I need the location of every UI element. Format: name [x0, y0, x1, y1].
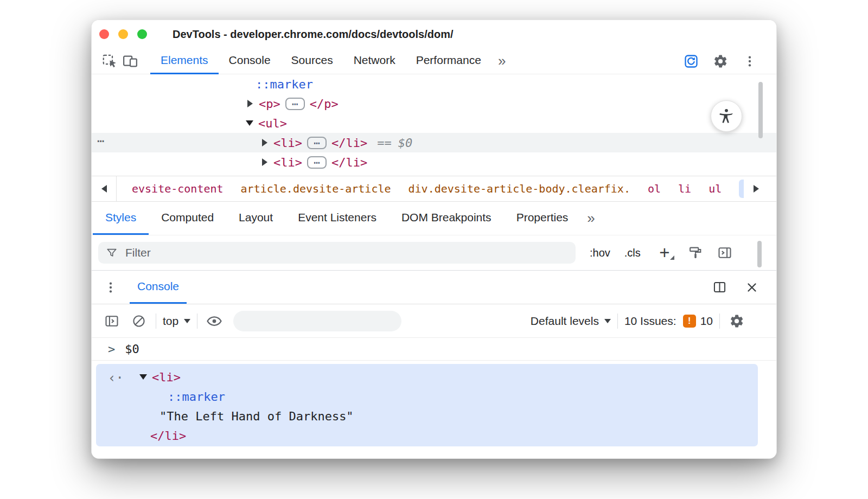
tag-close: </li>: [331, 136, 367, 150]
breadcrumb-item[interactable]: li: [678, 182, 691, 195]
console-drawer-header: Console: [92, 271, 776, 304]
breadcrumb-item[interactable]: div.devsite-article-body.clearfix.: [409, 182, 630, 195]
console-sidebar-icon: [104, 314, 119, 329]
toggle-element-state-button[interactable]: :hov: [590, 247, 610, 259]
reload-required-icon: [684, 54, 699, 69]
tab-console[interactable]: Console: [219, 48, 281, 74]
drawer-tab-console[interactable]: Console: [130, 271, 187, 304]
device-toolbar-icon[interactable]: [120, 51, 141, 72]
breadcrumb-scroll-left-icon[interactable]: [92, 176, 117, 201]
issues-label: 10 Issues:: [624, 315, 676, 328]
dom-node-p[interactable]: <p> ⋯ </p>: [92, 94, 776, 113]
fullscreen-window-button[interactable]: [137, 29, 147, 39]
dom-node-li[interactable]: <li> ⋯ </li>: [92, 152, 776, 172]
divider: [719, 314, 720, 329]
issues-count[interactable]: 10: [700, 315, 713, 328]
expand-arrow-icon[interactable]: [247, 100, 253, 107]
pseudo-element-label: ::marker: [256, 78, 313, 91]
expand-arrow-icon[interactable]: [262, 158, 267, 166]
settings-gear-icon[interactable]: [710, 51, 731, 72]
reload-required-icon[interactable]: [681, 51, 701, 72]
clear-console-icon: [131, 314, 146, 329]
breadcrumb-item[interactable]: ol: [648, 182, 661, 195]
execution-context-selector[interactable]: top: [163, 315, 190, 328]
toggle-sidebar-icon[interactable]: [714, 242, 735, 263]
console-toolbar-right: Default levels 10 Issues: ! 10: [531, 311, 747, 331]
log-levels-selector[interactable]: Default levels: [531, 315, 611, 328]
console-history-row[interactable]: > $0: [92, 338, 776, 361]
styles-pane-tabstrip: Styles Computed Layout Event Listeners D…: [92, 202, 776, 235]
console-settings-gear-icon[interactable]: [726, 311, 747, 331]
tab-sources[interactable]: Sources: [281, 48, 343, 74]
divider: [617, 314, 618, 329]
live-expression-eye-icon[interactable]: [204, 311, 225, 331]
devtools-window: DevTools - developer.chrome.com/docs/dev…: [91, 20, 777, 459]
tag-close: </li>: [331, 156, 367, 169]
expand-children-button[interactable]: ⋯: [307, 156, 327, 169]
minimize-window-button[interactable]: [118, 29, 128, 39]
filter-funnel-icon: [106, 247, 118, 259]
drawer-kebab-menu-icon: [104, 280, 118, 295]
tab-dom-breakpoints[interactable]: DOM Breakpoints: [389, 202, 504, 235]
returned-value-icon: ‹·: [108, 370, 124, 386]
more-tabs-icon[interactable]: »: [580, 202, 601, 235]
expand-arrow-icon[interactable]: [262, 139, 267, 146]
clear-console-icon[interactable]: [129, 311, 149, 331]
tab-styles[interactable]: Styles: [93, 202, 149, 235]
issues-warning-icon[interactable]: !: [683, 315, 696, 328]
close-window-button[interactable]: [99, 29, 109, 39]
result-text-line[interactable]: "The Left Hand of Darkness": [96, 406, 758, 426]
dom-node-ul[interactable]: <ul>: [92, 113, 776, 133]
breadcrumb-scroll-right-icon[interactable]: [744, 176, 769, 201]
titlebar: DevTools - developer.chrome.com/docs/dev…: [92, 20, 776, 48]
inspect-element-icon[interactable]: [99, 51, 120, 72]
styles-filter-input[interactable]: [98, 242, 576, 264]
console-filter-input[interactable]: [233, 311, 401, 331]
tag-open: <li>: [273, 156, 302, 169]
styles-filter-field[interactable]: [124, 246, 568, 260]
console-result-node[interactable]: ‹· <li> ::marker "The Left Hand of Darkn…: [96, 364, 758, 446]
tag-open: <p>: [259, 97, 280, 111]
paint-roller-icon[interactable]: [685, 242, 706, 263]
collapse-arrow-icon[interactable]: [246, 120, 253, 126]
result-close-tag-line[interactable]: </li>: [96, 426, 758, 445]
breadcrumb-item[interactable]: article.devsite-article: [241, 182, 391, 195]
breadcrumb-item[interactable]: ul: [709, 182, 722, 195]
tab-elements[interactable]: Elements: [150, 48, 219, 74]
breadcrumb-item[interactable]: evsite-content: [132, 182, 224, 195]
dom-node-li-selected[interactable]: ⋯ <li> ⋯ </li> ==$0: [92, 133, 776, 152]
tab-performance[interactable]: Performance: [406, 48, 492, 74]
result-open-tag-line[interactable]: <li>: [96, 367, 758, 387]
collapse-arrow-icon[interactable]: [139, 374, 147, 380]
drawer-kebab-menu-icon[interactable]: [101, 271, 120, 304]
tag-open: <li>: [273, 136, 302, 150]
styles-pane-scrollbar[interactable]: [757, 241, 762, 267]
tab-network[interactable]: Network: [343, 48, 406, 74]
tag-close: </p>: [310, 97, 339, 111]
new-style-rule-button[interactable]: +: [655, 242, 674, 264]
drawer-header-controls: [709, 271, 776, 304]
dom-tree-scrollbar[interactable]: [758, 82, 763, 138]
result-pseudo-line[interactable]: ::marker: [96, 387, 758, 406]
console-filter-field[interactable]: [247, 314, 393, 328]
expand-children-button[interactable]: ⋯: [307, 137, 327, 149]
tab-event-listeners[interactable]: Event Listeners: [285, 202, 389, 235]
tab-computed[interactable]: Computed: [149, 202, 226, 235]
breadcrumb-item-selected[interactable]: li: [739, 180, 744, 198]
console-sidebar-icon[interactable]: [101, 311, 122, 331]
toolbar-right-controls: [681, 51, 776, 72]
toggle-classes-button[interactable]: .cls: [624, 247, 641, 259]
dom-node-marker[interactable]: ::marker: [92, 74, 776, 94]
more-tabs-icon[interactable]: »: [492, 48, 512, 74]
tab-layout[interactable]: Layout: [226, 202, 285, 235]
text-node: "The Left Hand of Darkness": [159, 410, 354, 423]
kebab-menu-icon[interactable]: [739, 51, 760, 72]
close-drawer-icon[interactable]: [742, 277, 762, 298]
accessibility-fab-button[interactable]: [711, 100, 742, 132]
chevron-down-icon: [604, 319, 611, 323]
split-panel-icon[interactable]: [709, 277, 730, 298]
expand-children-button[interactable]: ⋯: [285, 98, 305, 110]
breadcrumb-bar: evsite-content article.devsite-article d…: [92, 176, 776, 202]
tab-properties[interactable]: Properties: [504, 202, 581, 235]
chevron-down-icon: [184, 319, 190, 323]
